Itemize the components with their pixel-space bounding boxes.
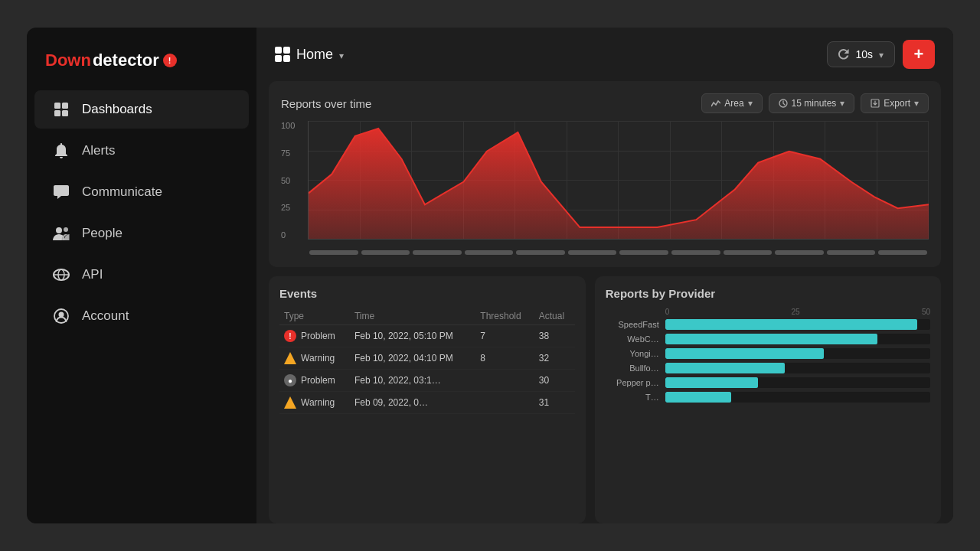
events-title: Events [279, 287, 575, 300]
chart-type-button[interactable]: Area [701, 93, 762, 113]
event-time: Feb 10, 2022, 04:10 PM [350, 347, 475, 370]
col-type: Type [279, 308, 350, 325]
provider-bar [665, 377, 758, 388]
x-label-25: 25 [792, 308, 800, 316]
provider-chart: SpeedFast WebC… Yongi… Bullfo… Pepper p… [606, 319, 930, 403]
sidebar-item-label-api: API [82, 267, 103, 282]
event-time: Feb 10, 2022, 05:10 PM [350, 325, 475, 347]
provider-bar-container [665, 319, 930, 330]
chart-svg [309, 121, 929, 239]
provider-name: WebC… [606, 334, 659, 344]
area-chart-icon [711, 99, 720, 107]
provider-bar [665, 319, 917, 330]
table-row: ●Problem Feb 10, 2022, 03:1… 30 [279, 370, 575, 392]
interval-button[interactable]: 15 minutes [769, 93, 855, 113]
sidebar-item-dashboards[interactable]: Dashboards [34, 90, 249, 129]
provider-row: WebC… [606, 334, 930, 344]
provider-bar-container [665, 334, 930, 344]
bell-icon [53, 142, 70, 159]
bottom-row: Events Type Time Threshold Actual !Probl… [269, 276, 941, 523]
api-icon [53, 266, 70, 283]
x-label-0: 0 [665, 308, 670, 316]
main-content: Home 10s + Reports over time [256, 28, 953, 523]
provider-name: SpeedFast [606, 320, 659, 329]
home-button[interactable]: Home [275, 47, 344, 63]
refresh-chevron-icon [879, 48, 884, 60]
export-icon [871, 99, 880, 108]
events-table: Type Time Threshold Actual !Problem Feb … [279, 308, 575, 414]
chart-controls: Area 15 minutes [701, 93, 929, 113]
y-label-25: 25 [281, 203, 304, 212]
logo: Downdetector ! [45, 51, 238, 70]
sidebar-item-account[interactable]: Account [34, 297, 249, 335]
sidebar-item-alerts[interactable]: Alerts [34, 132, 249, 170]
event-time: Feb 10, 2022, 03:1… [350, 370, 475, 392]
provider-bar [665, 392, 732, 403]
event-actual: 38 [534, 325, 575, 347]
sidebar-item-label-dashboards: Dashboards [82, 102, 152, 117]
logo-detector: detector [93, 51, 159, 70]
chart-container: 100 75 50 25 0 [281, 121, 929, 255]
y-label-100: 100 [281, 121, 304, 130]
svg-point-5 [64, 227, 68, 232]
export-label: Export [884, 98, 910, 109]
sidebar-item-label-alerts: Alerts [82, 143, 115, 158]
event-type: Warning [284, 396, 345, 409]
provider-row: SpeedFast [606, 319, 930, 330]
sidebar: Downdetector ! Dashboards [27, 28, 256, 523]
interval-label: 15 minutes [792, 98, 837, 109]
provider-row: Yongi… [606, 348, 930, 359]
x-label-50: 50 [922, 308, 930, 316]
event-actual: 30 [534, 370, 575, 392]
chart-type-chevron-icon [748, 98, 753, 109]
chart-type-label: Area [724, 98, 743, 109]
provider-row: T… [606, 392, 930, 403]
event-type-label: Problem [301, 331, 335, 341]
provider-x-labels: 0 25 50 [665, 308, 930, 316]
refresh-button[interactable]: 10s [827, 41, 895, 67]
event-time: Feb 09, 2022, 0… [350, 392, 475, 414]
svg-rect-2 [54, 110, 60, 116]
sidebar-item-label-account: Account [82, 308, 129, 324]
event-threshold [475, 392, 534, 414]
event-type-label: Problem [301, 375, 335, 386]
provider-panel: Reports by Provider 0 25 50 SpeedFast We… [595, 276, 941, 523]
chart-header: Reports over time Area 1 [281, 93, 929, 113]
warning-badge [284, 396, 296, 409]
logo-down: Down [45, 51, 91, 70]
people-icon [53, 225, 70, 242]
home-label: Home [296, 47, 333, 63]
y-label-75: 75 [281, 148, 304, 158]
provider-name: Bullfo… [606, 364, 659, 373]
add-button[interactable]: + [903, 40, 935, 69]
export-button[interactable]: Export [861, 93, 929, 113]
topbar-right: 10s + [827, 40, 935, 69]
event-type-label: Warning [301, 353, 335, 364]
sidebar-item-api[interactable]: API [34, 256, 249, 294]
col-time: Time [350, 308, 475, 325]
export-chevron-icon [914, 98, 919, 109]
sidebar-item-people[interactable]: People [34, 214, 249, 253]
event-type: ●Problem [284, 374, 345, 386]
event-threshold [475, 370, 534, 392]
refresh-icon [838, 49, 849, 60]
provider-bar [665, 348, 825, 359]
sidebar-item-communicate[interactable]: Communicate [34, 173, 249, 211]
interval-chevron-icon [840, 98, 844, 109]
provider-bar-container [665, 392, 930, 403]
dashboards-icon [53, 101, 70, 118]
svg-rect-3 [62, 110, 68, 116]
provider-bar-container [665, 363, 930, 373]
chart-panel: Reports over time Area 1 [269, 81, 941, 267]
problem-badge: ! [284, 330, 296, 342]
table-row: Warning Feb 09, 2022, 0… 31 [279, 392, 575, 414]
add-icon: + [914, 44, 924, 64]
event-threshold: 7 [475, 325, 534, 347]
sidebar-item-label-communicate: Communicate [82, 184, 162, 200]
home-chevron-icon [339, 47, 344, 63]
provider-title: Reports by Provider [606, 287, 930, 300]
y-label-50: 50 [281, 176, 304, 185]
account-icon [53, 308, 70, 324]
provider-row: Pepper p… [606, 377, 930, 388]
provider-name: T… [606, 393, 659, 402]
